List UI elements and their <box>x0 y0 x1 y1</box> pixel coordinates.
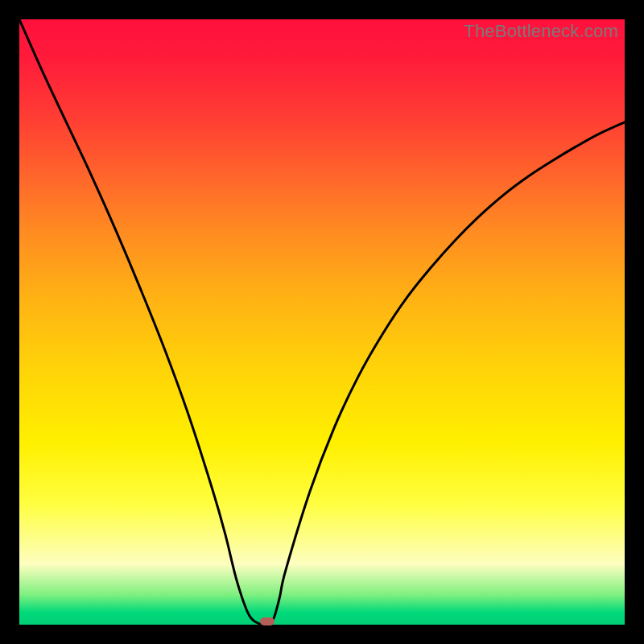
chart-frame: TheBottleneck.com <box>0 0 644 644</box>
min-marker <box>260 617 275 625</box>
watermark-text: TheBottleneck.com <box>464 21 618 42</box>
curve-right-branch <box>262 122 625 625</box>
plot-area: TheBottleneck.com <box>19 19 625 625</box>
curve-layer <box>19 19 625 625</box>
curve-left-branch <box>19 19 262 625</box>
